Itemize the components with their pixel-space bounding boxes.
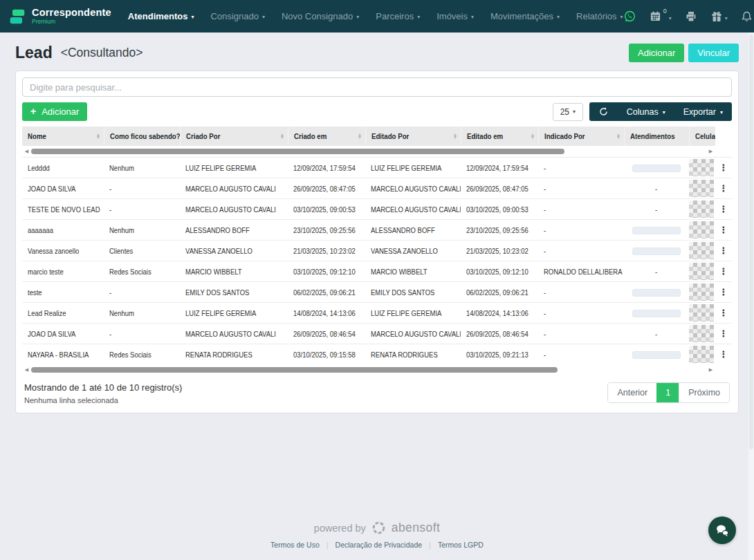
sort-icon[interactable]: ▲▼ (94, 133, 101, 139)
whatsapp-button[interactable] (623, 10, 636, 23)
row-actions-menu-icon[interactable]: ⋮ (719, 328, 728, 339)
atendimentos-badge (632, 351, 681, 359)
row-actions-menu-icon[interactable]: ⋮ (719, 162, 728, 173)
navbar-menu-movimentações[interactable]: Movimentações ▾ (490, 11, 560, 21)
horizontal-scrollbar[interactable]: ◀ ▶ (22, 366, 715, 373)
cell-celular (689, 344, 715, 365)
current-page-button[interactable]: 1 (656, 383, 679, 402)
table-row[interactable]: aaaaaaa Nenhum ALESSANDRO BOFF 23/10/202… (22, 220, 732, 241)
row-actions-menu-icon[interactable]: ⋮ (719, 245, 728, 256)
chat-bubbles-icon (714, 522, 730, 539)
navbar-menu-consignado[interactable]: Consignado ▾ (210, 11, 264, 21)
column-header-editado_por[interactable]: Editado Por ▲▼ (365, 127, 461, 146)
column-header-celular[interactable]: Celular (689, 127, 715, 146)
row-actions-menu-icon[interactable]: ⋮ (719, 287, 728, 297)
column-header-nome[interactable]: Nome ▲▼ (22, 127, 104, 146)
calendar-button[interactable]: 0 ▾ (650, 10, 672, 22)
footer-link-termos-lgpd[interactable]: Termos LGPD (438, 541, 484, 549)
navbar-menu-atendimentos[interactable]: Atendimentos ▾ (128, 11, 194, 21)
column-header-indicado_por[interactable]: Indicado Por ▲▼ (538, 127, 624, 146)
cell-editado-por: MARCELO AUGUSTO CAVALI (365, 199, 461, 220)
sort-icon[interactable]: ▲▼ (451, 133, 458, 139)
scroll-right-icon[interactable]: ▶ (706, 367, 715, 373)
page-title: Lead (15, 44, 53, 62)
notifications-button[interactable]: 0 ▾ (741, 10, 754, 23)
cell-indicado-por: RONALDO DELLALIBERA (538, 261, 624, 282)
cell-nome: NAYARA - BRASILIA (22, 344, 104, 365)
celular-censored (689, 346, 714, 363)
add-button[interactable]: + Adicionar (22, 102, 87, 121)
cell-editado-em: 03/10/2025, 09:12:10 (461, 261, 538, 282)
column-header-fonte[interactable]: Como ficou sabendo? (104, 127, 180, 146)
row-actions-menu-icon[interactable]: ⋮ (719, 183, 728, 194)
prev-page-button[interactable]: Anterior (608, 383, 656, 402)
footer-link-termos-de-uso[interactable]: Termos de Uso (270, 541, 320, 549)
page-size-select[interactable]: 25 ▾ (553, 103, 583, 121)
column-header-criado_por[interactable]: Criado Por ▲▼ (180, 127, 288, 146)
cell-como-ficou-sabendo: - (104, 199, 180, 220)
scrollbar-thumb[interactable] (31, 367, 558, 373)
chevron-down-icon: ▾ (663, 109, 665, 115)
navbar-menu-novo-consignado[interactable]: Novo Consignado ▾ (282, 11, 359, 21)
horizontal-scrollbar[interactable]: ◀ ▶ (22, 148, 715, 154)
table-row[interactable]: marcio teste Redes Sociais MARCIO WIBBEL… (22, 261, 732, 282)
cell-nome: marcio teste (22, 261, 104, 282)
column-header-criado_em[interactable]: Criado em ▲▼ (288, 127, 365, 146)
search-input[interactable] (22, 77, 732, 97)
brand-logo[interactable]: Correspondente Premium (8, 8, 111, 26)
page-scrollbar[interactable] (748, 32, 754, 560)
page-scrollbar-thumb[interactable] (749, 35, 753, 449)
column-header-atendimentos[interactable]: Atendimentos (624, 127, 689, 146)
cell-nome: TESTE DE NOVO LEAD (22, 199, 104, 220)
export-dropdown[interactable]: Exportar ▾ (674, 102, 732, 121)
scrollbar-thumb[interactable] (31, 149, 564, 154)
top-navbar: Correspondente Premium Atendimentos ▾ Co… (0, 0, 754, 32)
table-row[interactable]: teste - EMILY DOS SANTOS 06/02/2025, 09:… (22, 282, 732, 303)
scroll-left-icon[interactable]: ◀ (22, 149, 31, 154)
bell-icon (741, 10, 753, 23)
cell-nome: JOAO DA SILVA (22, 324, 104, 344)
navbar-menu-imóveis[interactable]: Imóveis ▾ (436, 11, 474, 21)
vincular-button[interactable]: Vincular (688, 44, 739, 62)
scroll-right-icon[interactable]: ▶ (706, 149, 715, 154)
row-actions-menu-icon[interactable]: ⋮ (719, 308, 728, 318)
table-row[interactable]: Vanessa zanoello Clientes VANESSA ZANOEL… (22, 241, 732, 261)
print-button[interactable] (685, 10, 697, 23)
columns-dropdown[interactable]: Colunas ▾ (618, 102, 674, 121)
table-row[interactable]: JOAO DA SILVA - MARCELO AUGUSTO CAVALI 2… (22, 324, 732, 344)
refresh-icon (598, 106, 609, 117)
scroll-left-icon[interactable]: ◀ (22, 367, 31, 373)
sort-icon[interactable]: ▲▼ (614, 133, 621, 139)
sort-icon[interactable]: ▲▼ (356, 133, 362, 139)
actions-column-header (715, 127, 732, 146)
sort-icon[interactable]: ▲▼ (278, 133, 285, 139)
chevron-down-icon: ▾ (356, 14, 359, 20)
cell-editado-em: 26/09/2025, 08:46:54 (461, 324, 538, 344)
adicionar-button[interactable]: Adicionar (629, 44, 684, 62)
table-row[interactable]: TESTE DE NOVO LEAD - MARCELO AUGUSTO CAV… (22, 199, 732, 220)
chat-fab-button[interactable] (708, 516, 736, 544)
leads-table: Nome ▲▼ Como ficou sabendo? Criado Por ▲… (22, 127, 732, 375)
row-actions-menu-icon[interactable]: ⋮ (719, 349, 728, 360)
refresh-button[interactable] (589, 102, 618, 121)
cell-como-ficou-sabendo: - (104, 324, 180, 344)
cell-celular (689, 324, 715, 344)
table-row[interactable]: NAYARA - BRASILIA Redes Sociais RENATA R… (22, 344, 732, 365)
cell-criado-em: 26/09/2025, 08:47:05 (288, 178, 365, 199)
sort-icon[interactable]: ▲▼ (528, 133, 535, 139)
gift-button[interactable]: ▾ (710, 10, 728, 23)
table-row[interactable]: JOAO DA SILVA - MARCELO AUGUSTO CAVALI 2… (22, 178, 732, 199)
table-row[interactable]: Ledddd Nenhum LUIZ FELIPE GEREMIA 12/09/… (22, 158, 732, 178)
navbar-menu-parceiros[interactable]: Parceiros ▾ (376, 11, 420, 21)
row-actions-menu-icon[interactable]: ⋮ (719, 225, 728, 235)
row-actions-menu-icon[interactable]: ⋮ (719, 204, 728, 214)
cell-criado-em: 03/10/2025, 09:12:10 (288, 261, 365, 282)
navbar-menu-relatórios[interactable]: Relatórios ▾ (576, 11, 623, 21)
whatsapp-icon (623, 10, 636, 23)
table-row[interactable]: Lead Realize Nenhum LUIZ FELIPE GEREMIA … (22, 303, 732, 324)
cell-criado-por: MARCELO AUGUSTO CAVALI (180, 178, 288, 199)
column-header-editado_em[interactable]: Editado em ▲▼ (461, 127, 538, 146)
footer-link-declaração-de-privacidade[interactable]: Declaração de Privacidade (335, 541, 423, 549)
row-actions-menu-icon[interactable]: ⋮ (719, 266, 728, 277)
next-page-button[interactable]: Próximo (679, 383, 729, 402)
